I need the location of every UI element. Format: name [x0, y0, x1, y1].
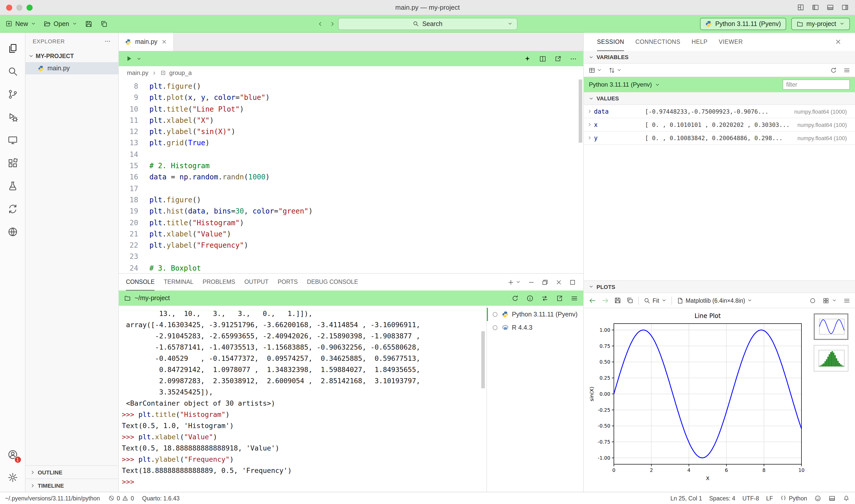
settings-gear-icon[interactable] [7, 472, 18, 483]
copy-plot-icon[interactable] [626, 296, 634, 304]
zoom-window-button[interactable] [26, 4, 33, 11]
open-in-window-icon[interactable] [554, 55, 562, 62]
close-panel-icon[interactable] [555, 278, 562, 286]
language-mode[interactable]: Python [780, 495, 807, 501]
filter-input[interactable]: filter [783, 79, 850, 90]
panel-tab-debug-console[interactable]: DEBUG CONSOLE [307, 274, 358, 290]
switch-console-icon[interactable] [541, 294, 549, 302]
interpreter-button[interactable]: Python 3.11.11 (Pyenv) [700, 18, 786, 30]
search-input[interactable]: Search [338, 18, 517, 30]
toggle-sidebar-right-icon[interactable] [841, 4, 849, 11]
info-icon[interactable] [526, 294, 534, 302]
encoding[interactable]: UTF-8 [742, 495, 759, 501]
refresh-variables-icon[interactable] [830, 67, 837, 74]
variable-row[interactable]: y[ 0. , 0.10083842, 0.20064886, 0.298...… [584, 131, 855, 145]
tab-connections[interactable]: CONNECTIONS [635, 33, 680, 51]
indentation[interactable]: Spaces: 4 [709, 495, 735, 501]
remote-explorer-icon[interactable] [7, 134, 18, 145]
source-control-icon[interactable] [7, 88, 18, 100]
project-tree-root[interactable]: MY-PROJECT [25, 50, 118, 62]
expand-icon[interactable] [587, 135, 592, 141]
notifications-bell-icon[interactable] [843, 494, 850, 502]
variable-row[interactable]: x[ 0. , 0.1010101 , 0.2020202 , 0.30303.… [584, 118, 855, 131]
forward-icon[interactable] [328, 20, 336, 27]
chevron-down-icon[interactable] [654, 82, 660, 87]
variables-menu-icon[interactable] [843, 67, 850, 74]
close-panel-icon[interactable] [835, 38, 842, 46]
layout-toggle-icon[interactable] [829, 494, 836, 502]
back-icon[interactable] [316, 20, 323, 27]
console-output[interactable]: 13., 10., 3., 3., 0., 1.]]), array([-4.1… [119, 306, 486, 492]
toggle-panel-icon[interactable] [826, 4, 834, 11]
code-editor[interactable]: 8plt.figure()9plt.plot(x, y, color="blue… [119, 79, 583, 273]
quarto-version[interactable]: Quarto: 1.6.43 [142, 495, 180, 501]
project-button[interactable]: my-project [791, 18, 850, 30]
sort-button[interactable] [608, 67, 622, 74]
globe-icon[interactable] [7, 226, 18, 237]
panel-tab-ports[interactable]: PORTS [278, 274, 298, 290]
zoom-fit-button[interactable]: Fit [643, 297, 667, 304]
console-scrollbar[interactable] [481, 331, 485, 388]
testing-icon[interactable] [7, 180, 18, 191]
split-editor-icon[interactable] [539, 55, 547, 62]
plot-thumbnail-line[interactable] [814, 313, 848, 340]
previous-plot-icon[interactable] [588, 296, 596, 305]
close-tab-icon[interactable] [161, 39, 167, 45]
variable-row[interactable]: data[-0.97448233,-0.75009923,-0.9076...n… [584, 105, 855, 118]
cursor-position[interactable]: Ln 25, Col 1 [671, 495, 702, 501]
interpreter-path[interactable]: ~/.pyenv/versions/3.11.11/bin/python [5, 495, 100, 501]
run-debug-icon[interactable] [7, 111, 18, 123]
panel-tab-output[interactable]: OUTPUT [245, 274, 269, 290]
time line-section[interactable]: TIMELINE [25, 479, 118, 492]
tab-mainpy[interactable]: main.py [119, 33, 174, 51]
maximize-panel-icon[interactable] [569, 278, 576, 286]
panel-tab-problems[interactable]: PROBLEMS [203, 274, 235, 290]
session-item-python[interactable]: Python 3.11.11 (Pyenv) [487, 308, 583, 321]
run-button-icon[interactable] [125, 55, 133, 63]
new-button[interactable]: New [5, 20, 36, 28]
duplicate-icon[interactable] [100, 20, 108, 28]
restore-panel-icon[interactable] [541, 278, 549, 286]
outline-section[interactable]: OUTLINE [25, 465, 118, 479]
breadcrumb-symbol[interactable]: group_a [169, 69, 192, 76]
save-icon[interactable] [84, 20, 92, 28]
plot-thumbnail-histogram[interactable] [814, 345, 848, 372]
new-terminal-icon[interactable] [507, 278, 514, 286]
plot-size-button[interactable]: Matplotlib (6.4in×4.8in) [677, 297, 753, 304]
toggle-sidebar-left-icon[interactable] [812, 4, 819, 11]
console-menu-icon[interactable] [571, 294, 578, 302]
problems-status[interactable]: 0 0 [108, 495, 134, 501]
assistant-sparkle-icon[interactable] [523, 55, 531, 62]
tab-viewer[interactable]: VIEWER [719, 33, 743, 51]
session-item-r[interactable]: RR 4.4.3 [487, 321, 583, 334]
plots-view-mode-button[interactable] [822, 297, 837, 304]
minimize-panel-icon[interactable] [528, 278, 535, 286]
run-dropdown-icon[interactable] [136, 56, 142, 61]
expand-icon[interactable] [587, 122, 592, 127]
eol-sequence[interactable]: LF [766, 495, 773, 501]
tab-session[interactable]: SESSION [597, 33, 624, 51]
open-in-editor-icon[interactable] [556, 294, 563, 302]
chevron-down-icon[interactable] [507, 21, 513, 26]
restart-console-icon[interactable] [511, 294, 519, 302]
variables-section-header[interactable]: VARIABLES [584, 51, 855, 64]
jupyter-icon[interactable] [7, 203, 18, 214]
plots-section-header[interactable]: PLOTS [584, 280, 855, 293]
search-view-icon[interactable] [7, 66, 18, 77]
more-actions-icon[interactable] [569, 55, 577, 62]
more-actions-icon[interactable] [104, 38, 111, 45]
file-item-mainpy[interactable]: main.py [25, 62, 118, 74]
editor-scrollbar[interactable] [579, 79, 582, 143]
save-plot-icon[interactable] [614, 296, 622, 304]
panel-tab-console[interactable]: CONSOLE [126, 274, 155, 290]
feedback-icon[interactable] [814, 494, 821, 502]
expand-icon[interactable] [587, 109, 592, 114]
panel-tab-terminal[interactable]: TERMINAL [164, 274, 194, 290]
breadcrumb-file[interactable]: main.py [127, 69, 148, 76]
customize-layout-icon[interactable] [797, 4, 804, 11]
plots-menu-icon[interactable] [843, 297, 850, 304]
breadcrumb[interactable]: main.py group_a [119, 66, 583, 79]
next-plot-icon[interactable] [601, 296, 609, 305]
close-window-button[interactable] [6, 4, 12, 11]
group-by-button[interactable] [588, 67, 602, 74]
